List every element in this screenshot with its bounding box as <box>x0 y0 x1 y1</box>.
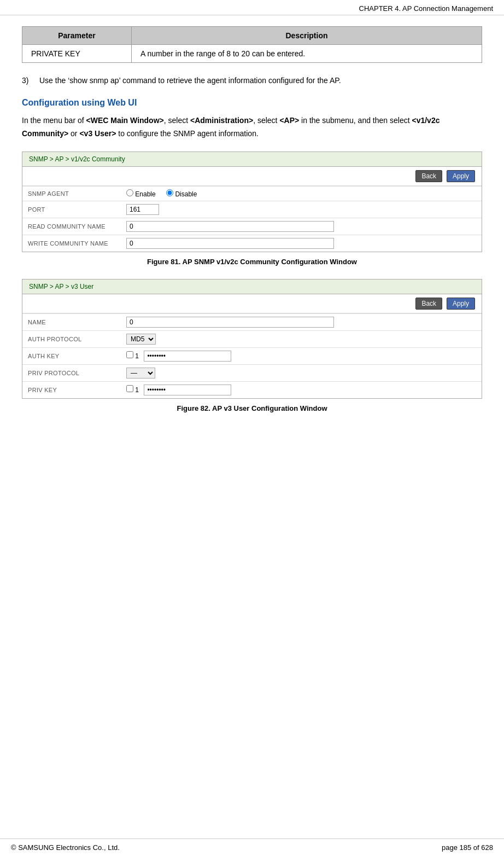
priv-key-input[interactable] <box>144 385 231 395</box>
priv-key-checkbox[interactable] <box>126 385 133 392</box>
step3-block: 3) Use the ‘show snmp ap’ command to ret… <box>22 76 482 85</box>
radio-disable-label[interactable]: Disable <box>166 190 197 198</box>
body-text-1: In the menu bar of <box>22 116 86 125</box>
read-community-input[interactable] <box>126 221 334 232</box>
table-row: WRITE COMMUNITY NAME <box>22 235 482 252</box>
window1-table: SNMP AGENT Enable Disable PORT <box>22 186 482 252</box>
body-text-2: , select <box>164 116 190 125</box>
name-input[interactable] <box>126 317 334 328</box>
table-row: PRIV KEY 1 <box>22 381 482 398</box>
window2-back-button[interactable]: Back <box>415 298 442 310</box>
window2: SNMP > AP > v3 User Back Apply NAME AUTH… <box>22 279 482 399</box>
ap-bold: <AP> <box>279 116 299 125</box>
section-title: Configuration using Web UI <box>22 98 482 108</box>
priv-protocol-select[interactable]: — DES AES <box>126 368 155 378</box>
param-table-section: Parameter Description PRIVATE KEY A numb… <box>22 26 482 63</box>
window2-table: NAME AUTH PROTOCOL MD5 SHA AUTH K <box>22 313 482 398</box>
param-table: Parameter Description PRIVATE KEY A numb… <box>22 26 482 63</box>
footer-page: page 185 of 628 <box>442 843 493 852</box>
window1-back-button[interactable]: Back <box>415 170 442 182</box>
row-label-read-community: READ COMMUNITY NAME <box>22 218 121 235</box>
param-cell: PRIVATE KEY <box>22 45 132 63</box>
table-row: PORT <box>22 201 482 218</box>
window1-toolbar: Back Apply <box>22 167 482 186</box>
port-input[interactable] <box>126 204 159 215</box>
page-footer: © SAMSUNG Electronics Co., Ltd. page 185… <box>0 838 504 856</box>
window1: SNMP > AP > v1/v2c Community Back Apply … <box>22 152 482 252</box>
auth-key-checkbox[interactable] <box>126 351 133 358</box>
wec-bold: <WEC Main Window> <box>86 116 164 125</box>
priv-key-checkbox-label: 1 <box>135 386 139 394</box>
radio-enable-label[interactable]: Enable <box>126 190 156 198</box>
row-value-auth-protocol: MD5 SHA <box>121 330 482 347</box>
figure82-caption: Figure 82. AP v3 User Configuration Wind… <box>22 404 482 412</box>
row-value-name <box>121 313 482 330</box>
table-row: PRIVATE KEY A number in the range of 8 t… <box>22 45 482 63</box>
table-row: SNMP AGENT Enable Disable <box>22 186 482 201</box>
row-label-auth-key: AUTH KEY <box>22 347 121 364</box>
window2-apply-button[interactable]: Apply <box>447 298 475 310</box>
page-header: CHAPTER 4. AP Connection Management <box>0 0 504 15</box>
col-header-description: Description <box>132 27 482 45</box>
step3-number: 3) <box>22 76 35 85</box>
body-text-3: , select <box>253 116 279 125</box>
window1-apply-button[interactable]: Apply <box>447 170 475 182</box>
row-value-snmp-agent: Enable Disable <box>121 186 482 201</box>
table-row: AUTH PROTOCOL MD5 SHA <box>22 330 482 347</box>
table-row: PRIV PROTOCOL — DES AES <box>22 364 482 381</box>
row-value-read-community <box>121 218 482 235</box>
row-value-port <box>121 201 482 218</box>
row-value-priv-key: 1 <box>121 381 482 398</box>
auth-protocol-select[interactable]: MD5 SHA <box>126 334 156 345</box>
figure81-caption: Figure 81. AP SNMP v1/v2c Community Conf… <box>22 258 482 266</box>
col-header-parameter: Parameter <box>22 27 132 45</box>
section-body: In the menu bar of <WEC Main Window>, se… <box>22 114 482 141</box>
table-row: READ COMMUNITY NAME <box>22 218 482 235</box>
table-row: NAME <box>22 313 482 330</box>
window2-toolbar: Back Apply <box>22 294 482 313</box>
write-community-input[interactable] <box>126 238 334 249</box>
chapter-title: CHAPTER 4. AP Connection Management <box>359 4 493 13</box>
row-value-write-community <box>121 235 482 252</box>
admin-bold: <Administration> <box>190 116 253 125</box>
body-text-4: in the submenu, and then select <box>299 116 412 125</box>
table-row: AUTH KEY 1 <box>22 347 482 364</box>
footer-copyright: © SAMSUNG Electronics Co., Ltd. <box>11 843 120 852</box>
row-label-write-community: WRITE COMMUNITY NAME <box>22 235 121 252</box>
radio-enable[interactable] <box>126 189 133 196</box>
row-label-priv-protocol: PRIV PROTOCOL <box>22 364 121 381</box>
row-label-port: PORT <box>22 201 121 218</box>
page-content: Parameter Description PRIVATE KEY A numb… <box>0 15 504 458</box>
row-value-priv-protocol: — DES AES <box>121 364 482 381</box>
v3user-bold: <v3 User> <box>79 129 116 138</box>
auth-key-checkbox-label: 1 <box>135 352 139 360</box>
body-text-6: to configure the SNMP agent information. <box>116 129 258 138</box>
row-label-auth-protocol: AUTH PROTOCOL <box>22 330 121 347</box>
snmp-agent-radio-group: Enable Disable <box>126 190 206 198</box>
body-text-5: or <box>68 129 79 138</box>
radio-disable[interactable] <box>166 189 173 196</box>
desc-cell: A number in the range of 8 to 20 can be … <box>132 45 482 63</box>
window1-breadcrumb: SNMP > AP > v1/v2c Community <box>22 152 482 167</box>
step3-text: Use the ‘show snmp ap’ command to retrie… <box>39 76 341 85</box>
row-label-snmp-agent: SNMP AGENT <box>22 186 121 201</box>
window2-breadcrumb: SNMP > AP > v3 User <box>22 279 482 294</box>
row-label-name: NAME <box>22 313 121 330</box>
row-label-priv-key: PRIV KEY <box>22 381 121 398</box>
row-value-auth-key: 1 <box>121 347 482 364</box>
auth-key-input[interactable] <box>144 351 231 362</box>
